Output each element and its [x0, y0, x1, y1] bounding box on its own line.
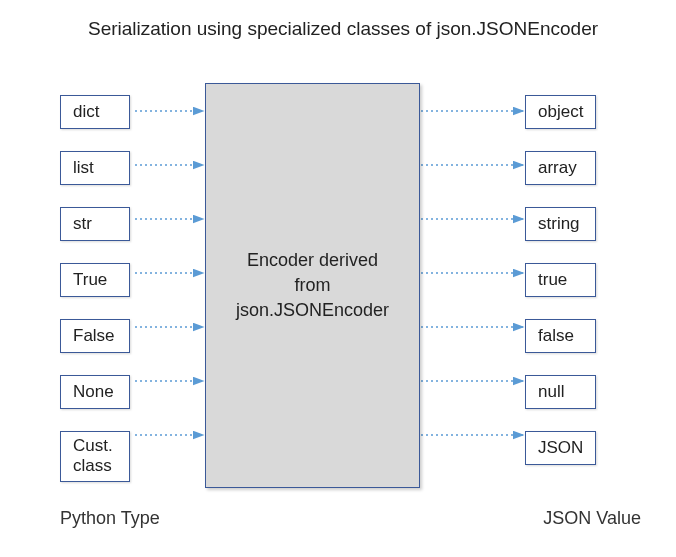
json-value-null: null	[525, 375, 596, 409]
json-value-string: string	[525, 207, 596, 241]
python-type-footer: Python Type	[60, 508, 160, 529]
json-value-false: false	[525, 319, 596, 353]
encoder-text: Encoder derived from json.JSONEncoder	[236, 248, 389, 324]
custclass-line1: Cust.	[73, 436, 113, 455]
python-type-dict: dict	[60, 95, 130, 129]
python-type-false: False	[60, 319, 130, 353]
python-type-list: list	[60, 151, 130, 185]
encoder-line1: Encoder derived	[247, 250, 378, 270]
python-type-true: True	[60, 263, 130, 297]
python-type-custclass: Cust. class	[60, 431, 130, 482]
json-value-json: JSON	[525, 431, 596, 465]
python-type-str: str	[60, 207, 130, 241]
custclass-line2: class	[73, 456, 112, 475]
encoder-line3: json.JSONEncoder	[236, 300, 389, 320]
python-types-column: dict list str True False None Cust. clas…	[60, 95, 130, 504]
python-type-none: None	[60, 375, 130, 409]
json-value-array: array	[525, 151, 596, 185]
encoder-box: Encoder derived from json.JSONEncoder	[205, 83, 420, 488]
json-value-object: object	[525, 95, 596, 129]
json-value-footer: JSON Value	[543, 508, 641, 529]
json-values-column: object array string true false null JSON	[525, 95, 596, 487]
encoder-line2: from	[294, 275, 330, 295]
json-value-true: true	[525, 263, 596, 297]
diagram-title: Serialization using specialized classes …	[60, 18, 626, 40]
